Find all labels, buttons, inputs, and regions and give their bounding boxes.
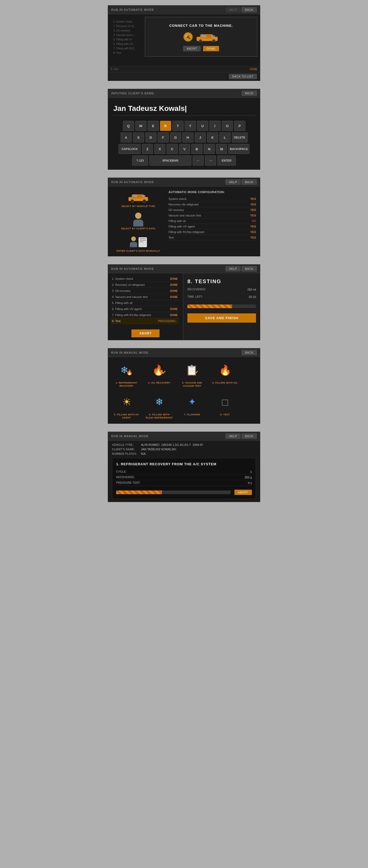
flushing-icon[interactable]: ✦ 7. FLUSHING — [178, 393, 207, 419]
modal-title: CONNECT CAR TO THE MACHINE. — [169, 24, 233, 28]
panel6-btn-group: HELP BACK — [225, 433, 257, 439]
panel6-back-button[interactable]: BACK — [242, 433, 257, 439]
panel4-back-button[interactable]: BACK — [242, 266, 257, 271]
time-left-row: TIME LEFT: 02:10 — [187, 294, 256, 299]
connect-car-modal: CONNECT CAR TO THE MACHINE. 🔌 ABORT — [145, 17, 257, 57]
vacuum-test-label: 3. VACUUM AND VACUUM TEST — [178, 381, 207, 388]
recovery-title: 1. REFRIGERANT RECOVERY FROM THE A/C SYS… — [116, 462, 252, 466]
config-panel: AUTOMATIC MODE CONFIGURATION: System che… — [168, 190, 256, 252]
number-plates-value: N/A — [141, 452, 146, 455]
key-S[interactable]: S — [133, 132, 144, 143]
key-capslock[interactable]: CAPSLOCK — [119, 144, 141, 154]
panel3-btn-group: HELP BACK — [225, 180, 257, 185]
key-W[interactable]: W — [135, 121, 146, 131]
refrigerant-recovery-label: 1. REFRIGERANT RECOVERY — [112, 381, 141, 388]
key-F[interactable]: F — [158, 132, 169, 143]
panel6-header: RUN IN MANUAL MODE HELP BACK — [108, 432, 260, 440]
oil-recovery-icon[interactable]: 🔥 ✔ 2. OIL RECOVERY — [145, 361, 174, 388]
key-backspace[interactable]: BACKSPACE — [228, 144, 249, 154]
key-symbols[interactable]: ?.123 — [132, 156, 148, 165]
step-filling-oil: 5. Filling with oil — [111, 300, 179, 306]
recovered-row: RECOVERED: 250 ml — [187, 287, 256, 292]
filling-oil-icon[interactable]: 🔥 4. FILLING WITH OIL — [211, 361, 240, 388]
key-I[interactable]: I — [210, 121, 220, 131]
client-name-label: Client's name: — [112, 448, 138, 451]
key-V[interactable]: V — [179, 144, 190, 154]
vehicle-type-value: ALFA ROMEO 145/146 1.3/1.4/1.6/1.7 1994-… — [141, 443, 203, 446]
testing-panel: 8. TESTING RECOVERED: 250 ml TIME LEFT: … — [183, 273, 260, 340]
refrigerant-recovery-icon[interactable]: ❄ 🔥 1. REFRIGERANT RECOVERY — [112, 361, 141, 388]
panel3-body: SELECT BY VEHICLE TYPE SELECT BY CLIENT'… — [108, 187, 260, 256]
down-arrow-icon: ↓ — [128, 401, 131, 407]
key-E[interactable]: E — [148, 121, 159, 131]
vacuum-test-icon[interactable]: 📋 ✔ 3. VACUUM AND VACUUM TEST — [178, 361, 207, 388]
abort-button[interactable]: ABORT — [131, 330, 160, 337]
snowflake2-icon: ❄ — [155, 397, 163, 407]
key-Q[interactable]: Q — [123, 121, 134, 131]
panel4-help-button[interactable]: HELP — [225, 266, 241, 271]
key-N[interactable]: N — [204, 144, 215, 154]
key-Z[interactable]: Z — [142, 144, 153, 154]
key-X[interactable]: X — [154, 144, 165, 154]
abort-button[interactable]: ABORT — [183, 46, 201, 51]
key-G[interactable]: G — [170, 132, 181, 143]
svg-rect-4 — [211, 35, 215, 38]
vehicle-type-icon[interactable]: SELECT BY VEHICLE TYPE — [112, 190, 164, 208]
key-Y[interactable]: Y — [185, 121, 196, 131]
key-spacebar[interactable]: SPACEBAR — [149, 156, 191, 165]
panel4-btn-group: HELP BACK — [225, 266, 257, 271]
abort-btn-wrap: ABORT — [108, 327, 183, 340]
back-to-list-button[interactable]: BACK TO LIST — [229, 74, 257, 79]
key-enter[interactable]: ENTER — [217, 156, 236, 165]
key-right-arrow[interactable]: → — [205, 156, 216, 165]
key-left-arrow[interactable]: ← — [193, 156, 204, 165]
panel5-back-button[interactable]: BACK — [242, 350, 257, 355]
key-O[interactable]: O — [222, 121, 233, 131]
panel4-header: RUN IN AUTOMATIC MODE HELP BACK — [108, 265, 260, 273]
filling-r134a-icon[interactable]: ❄ 6. FILLING WITH R134A REFRIGERANT — [145, 393, 174, 419]
panel6-abort-button[interactable]: ABORT — [235, 490, 252, 495]
key-B[interactable]: B — [191, 144, 203, 154]
key-H[interactable]: H — [182, 132, 193, 143]
panel1-help-button[interactable]: HELP — [225, 7, 241, 12]
key-M[interactable]: M — [216, 144, 227, 154]
test-icon[interactable]: ◻ 8. TEST — [211, 393, 240, 419]
done-button[interactable]: DONE — [203, 46, 219, 51]
key-A[interactable]: A — [121, 132, 132, 143]
key-D[interactable]: D — [145, 132, 156, 143]
save-finish-button[interactable]: SAVE AND FINISH — [187, 313, 256, 322]
panel1-body: 1. System check 2. Recovery of ref... 3.… — [108, 14, 260, 72]
key-P[interactable]: P — [234, 121, 245, 131]
svg-point-8 — [131, 199, 133, 202]
key-T[interactable]: T — [173, 121, 183, 131]
keyboard-row-1: Q W E R T Y U I O P — [112, 121, 256, 131]
keyboard: Q W E R T Y U I O P A S D F G H J K — [112, 121, 256, 165]
filling-uv-icon[interactable]: ☀ ↓ 5. FILLING WITH UV AGENT — [112, 393, 141, 419]
svg-rect-10 — [142, 195, 145, 197]
number-plates-row: Number plates: N/A — [112, 452, 256, 455]
recovery-bottom: ABORT — [116, 490, 252, 495]
step8-status: DONE — [250, 68, 257, 71]
client-name-display: Jan Tadeusz Kowals| — [112, 102, 256, 116]
config-row-test: Test YES — [168, 235, 256, 240]
key-K[interactable]: K — [207, 132, 218, 143]
panel3-back-button[interactable]: BACK — [242, 180, 257, 185]
key-L[interactable]: L — [219, 132, 231, 143]
key-delete[interactable]: DELETE — [232, 132, 248, 143]
key-C[interactable]: C — [167, 144, 178, 154]
panel2-back-button[interactable]: BACK — [242, 91, 257, 96]
panel1-back-button[interactable]: BACK — [242, 7, 257, 12]
modal-buttons: ABORT DONE — [183, 46, 219, 51]
step-system-check: 1. System check DONE — [111, 276, 179, 282]
key-J[interactable]: J — [195, 132, 206, 143]
panel3-header: RUN IN AUTOMATIC MODE HELP BACK — [108, 178, 260, 187]
step8-label: 8. Test — [111, 68, 118, 71]
filling-r134a-label: 6. FILLING WITH R134A REFRIGERANT — [145, 413, 174, 419]
manual-entry-icon[interactable]: ENTER CLIENT'S DATA MANUALLY — [112, 235, 164, 252]
key-R[interactable]: R — [160, 121, 171, 131]
panel6-help-button[interactable]: HELP — [225, 433, 241, 439]
step-test-current: 8. Test PROCESSING... — [111, 318, 179, 324]
client-data-icon[interactable]: SELECT BY CLIENT'S DATA — [112, 213, 164, 230]
panel3-help-button[interactable]: HELP — [225, 180, 241, 185]
key-U[interactable]: U — [197, 121, 208, 131]
